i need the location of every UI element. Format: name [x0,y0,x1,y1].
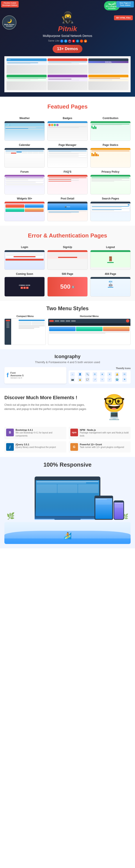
icongraphy-section: Icongraphy Themify & Fontawesome 4 and 5… [0,349,135,388]
page-label-login: Login [4,246,45,249]
youtube-icon: ▶ [72,39,75,42]
grunt-desc: Task runner with 12+ grunt plugins confi… [80,446,124,449]
npm-logo: npm [70,429,78,436]
hero-subtitle: Multipurpose Social Network Demos [4,34,131,37]
menu-styles-section: Two Menu Styles Compact Menu [0,301,135,349]
themify-icons-preview: ⌂ 👤 🔍 ⚙ ★ ♥ 🔔 ✉ 📷 🔒 💬 ↗ + ✓ 🌍 ⚑ [69,370,131,383]
badge-black-version: 🌙 Black Version Included [2,16,16,30]
page-label-postdetail: Post Detail [47,197,88,200]
page-preview-privacy [90,175,131,194]
horizontal-menu-container: Horizontal Menu [48,315,131,345]
page-item-404: 404 Page 404 🤖 [90,272,131,297]
demo-thumb-1 [7,58,47,74]
ti-lock-icon: 🔒 [78,377,82,382]
compact-menu-label: Compact Menu [4,315,46,317]
page-preview-logout: 🚪 [90,250,131,270]
page-item-weather: Weather ☁ 22° [4,117,45,141]
page-preview-postdetail: 📸 Photo [47,202,88,221]
demo-thumb-4 [7,75,47,90]
ti-check-icon: ✓ [107,377,112,382]
auth-pages-grid: Login SignUp [0,243,135,301]
tech-bootstrap: B Bootstrap 4.4.1 We use Bootstrap 4.4.1… [4,427,66,439]
page-item-signup: SignUp [47,246,88,270]
featured-pages-section: Featued Pages Weather ☁ 22° Badge [0,97,135,226]
devices-showcase: 🌿 🌿 [4,471,131,520]
grunt-name: Powerful 12+ Grunt [80,443,124,446]
hero-character: 🥷 [4,11,131,24]
page-label-comingsoon: Coming Soon [4,272,45,276]
jquery-logo: j [6,443,14,451]
ti-flag-icon: ⚑ [122,377,127,382]
responsive-section: 100% Responsive [0,457,135,548]
page-item-comingsoon: Coming Soon COMING SOON 00 00 00 [4,272,45,297]
reddit-icon: r [80,39,83,42]
page-label-404: 404 Page [90,272,131,276]
grunt-logo: G [70,443,78,451]
surf-image: 🏄 [4,522,131,544]
jquery-info: jQuery 3.5.1 jQuery library used through… [15,443,56,449]
page-label-weather: Weather [4,117,45,120]
compact-menu-container: Compact Menu [4,315,46,345]
linkedin-icon: in [76,39,79,42]
bootstrap-desc: We use Bootstrap 4.4.1 for layout and co… [15,431,65,437]
bootstrap-logo: B [6,429,14,436]
icongraphy-subtitle: Themify & Fontawesome 4 and 5 both versi… [4,361,131,364]
page-label-widgets: Widgets 50+ [4,197,45,200]
npm-name: NPM · Node.js [80,429,129,431]
page-label-badges: Badges [47,117,88,120]
page-item-500: 500 Page 500 🤖 [47,272,88,297]
tech-grid: B Bootstrap 4.4.1 We use Bootstrap 4.4.1… [0,427,135,457]
hero-banner: Flexible Coded Developer Edition العربية… [0,0,135,97]
horizontal-menu-label: Horizontal Menu [48,315,131,317]
tech-stack-section: B Bootstrap 4.4.1 We use Bootstrap 4.4.1… [0,427,135,457]
page-preview-widgets [4,202,45,221]
menu-styles-grid: Compact Menu [4,315,131,345]
phone-frame [114,500,124,520]
page-label-searchpages: Search Pages [90,197,131,200]
page-item-postdetail: Post Detail 📸 Photo [47,197,88,221]
fontawesome-card: f Font Awesome 5 Version 4 & 5 [4,367,66,383]
page-item-pagestatics: Page Statics [90,144,131,167]
ti-camera-icon: 📷 [70,377,75,382]
tech-jquery: j jQuery 3.5.1 jQuery library used throu… [4,441,66,453]
instagram-icon: 📷 [68,39,71,42]
page-preview-comingsoon: COMING SOON 00 00 00 [4,277,45,297]
phone-device [114,500,124,520]
discover-text: Discover Much More Elements ! Check out … [4,395,93,415]
tablet-device [94,496,113,520]
grunt-info: Powerful 12+ Grunt Task runner with 12+ … [80,443,124,449]
page-item-forum: Forum [4,170,45,194]
ti-share-icon: ↗ [93,377,97,382]
demo-screenshots-grid: SOCIAL [4,56,131,92]
icongraphy-title: Icongraphy [4,354,131,360]
ti-chat-icon: 💬 [85,377,90,382]
page-label-logout: Logout [90,246,131,249]
facebook-icon: f [60,39,63,42]
page-preview-404: 404 🤖 [90,277,131,297]
page-label-privacy: Privacy Policy [90,170,131,173]
demo-thumb-6 [88,75,128,90]
compact-menu-preview [4,318,46,345]
page-label-pagemanager: Page Manager [47,144,88,147]
ti-star-icon: ★ [100,372,104,377]
page-preview-searchpages [90,202,131,221]
page-label-signup: SignUp [47,246,88,249]
jquery-name: jQuery 3.5.1 [15,443,56,446]
bootstrap-info: Bootstrap 4.4.1 We use Bootstrap 4.4.1 f… [15,429,65,437]
page-item-calendar: Calendar [4,144,45,167]
demo-thumb-5 [48,75,88,90]
page-label-faq: FAQ'S [47,170,88,173]
themify-preview-container: Themify Icons ⌂ 👤 🔍 ⚙ ★ ♥ 🔔 ✉ 📷 🔒 💬 ↗ + … [69,367,131,383]
horizontal-menu-preview [48,318,131,345]
featured-pages-title: Featued Pages [0,97,135,115]
error-auth-section: Error & Authentication Pages Login SignU… [0,226,135,301]
page-label-contribution: Contribution [90,117,131,120]
page-preview-login [4,250,45,270]
page-item-privacy: Privacy Policy [90,170,131,194]
page-preview-contribution [90,121,131,141]
demo-thumb-2 [48,58,88,74]
page-preview-signup [47,250,88,270]
plant-left-icon: 🌿 [7,512,15,520]
hero-title: Pitnik [4,25,131,33]
page-label-500: 500 Page [47,272,88,276]
